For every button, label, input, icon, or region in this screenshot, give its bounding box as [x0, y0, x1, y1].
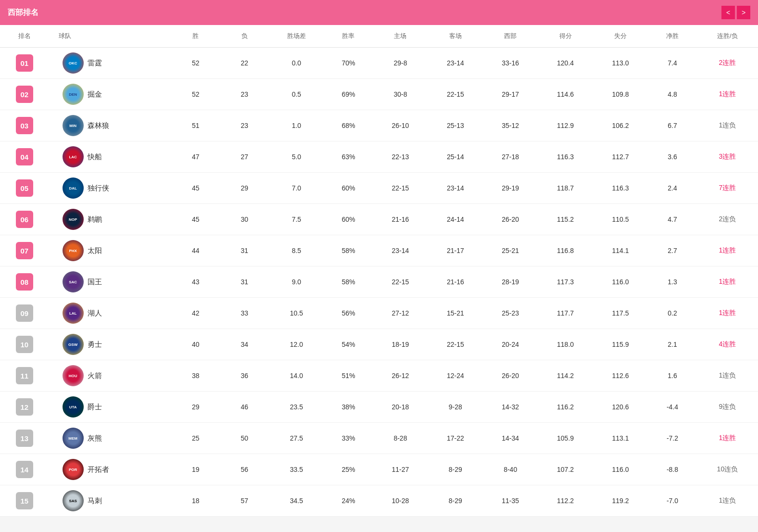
away-record: 25-13: [428, 110, 483, 141]
streak: 3连胜: [697, 141, 758, 173]
pts-against: 109.8: [593, 79, 648, 110]
game-diff: 33.5: [269, 454, 324, 485]
pts-against: 116.3: [593, 173, 648, 204]
home-record: 10-28: [373, 485, 428, 517]
table-row: 14 POR 开拓者 19 56 33.5 25% 11-27 8-29 8-4…: [0, 454, 758, 485]
wins: 52: [171, 79, 220, 110]
team-name: 鹈鹕: [88, 215, 102, 224]
net-pts: 3.6: [648, 141, 697, 173]
rank-badge: 07: [16, 242, 33, 259]
rank-badge: 13: [16, 430, 33, 447]
table-row: 15 SAS 马刺 18 57 34.5 24% 10-28 8-29 11-3…: [0, 485, 758, 517]
team-name: 国王: [88, 278, 102, 287]
net-pts: 4.8: [648, 79, 697, 110]
team-name: 灰熊: [88, 434, 102, 443]
pts-for: 105.9: [538, 423, 593, 454]
away-record: 21-16: [428, 266, 483, 298]
losses: 46: [220, 392, 269, 423]
home-record: 27-12: [373, 298, 428, 329]
game-diff: 34.5: [269, 485, 324, 517]
team-logo: OKC: [63, 52, 84, 74]
rank-badge: 08: [16, 273, 33, 291]
net-pts: -4.4: [648, 392, 697, 423]
game-diff: 10.5: [269, 298, 324, 329]
away-record: 24-14: [428, 204, 483, 235]
game-diff: 1.0: [269, 110, 324, 141]
win-pct: 60%: [324, 173, 373, 204]
rank-cell: 08: [0, 266, 49, 298]
rank-cell: 05: [0, 173, 49, 204]
conf-record: 27-18: [483, 141, 538, 173]
conf-record: 11-35: [483, 485, 538, 517]
team-name: 快船: [88, 152, 102, 162]
table-row: 11 HOU 火箭 38 36 14.0 51% 26-12 12-24 26-…: [0, 360, 758, 392]
pts-against: 112.7: [593, 141, 648, 173]
streak: 2连负: [697, 204, 758, 235]
col-diff: 胜场差: [269, 25, 324, 48]
col-net: 净胜: [648, 25, 697, 48]
pts-for: 117.3: [538, 266, 593, 298]
wins: 38: [171, 360, 220, 392]
pts-against: 116.0: [593, 454, 648, 485]
team-logo: LAC: [63, 146, 84, 167]
streak: 4连胜: [697, 329, 758, 360]
rank-cell: 04: [0, 141, 49, 173]
away-record: 15-21: [428, 298, 483, 329]
col-away: 客场: [428, 25, 483, 48]
rank-cell: 09: [0, 298, 49, 329]
game-diff: 12.0: [269, 329, 324, 360]
rank-cell: 07: [0, 235, 49, 266]
game-diff: 0.5: [269, 79, 324, 110]
team-logo: MEM: [63, 428, 84, 449]
team-cell: LAC 快船: [49, 141, 171, 173]
team-name: 勇士: [88, 340, 102, 349]
team-name: 爵士: [88, 403, 102, 412]
away-record: 12-24: [428, 360, 483, 392]
team-logo: DEN: [63, 84, 84, 105]
conf-record: 29-19: [483, 173, 538, 204]
pts-for: 118.7: [538, 173, 593, 204]
home-record: 8-28: [373, 423, 428, 454]
losses: 50: [220, 423, 269, 454]
rank-cell: 14: [0, 454, 49, 485]
rank-badge: 04: [16, 148, 33, 165]
team-logo: UTA: [63, 396, 84, 418]
net-pts: 2.1: [648, 329, 697, 360]
team-name: 开拓者: [88, 465, 109, 474]
team-logo: SAC: [63, 271, 84, 292]
net-pts: -7.2: [648, 423, 697, 454]
home-record: 22-13: [373, 141, 428, 173]
team-logo: MIN: [63, 115, 84, 136]
losses: 23: [220, 79, 269, 110]
net-pts: 1.6: [648, 360, 697, 392]
win-pct: 54%: [324, 329, 373, 360]
rank-badge: 09: [16, 304, 33, 322]
losses: 22: [220, 48, 269, 79]
game-diff: 27.5: [269, 423, 324, 454]
conf-record: 25-23: [483, 298, 538, 329]
rank-cell: 11: [0, 360, 49, 392]
table-row: 12 UTA 爵士 29 46 23.5 38% 20-18 9-28 14-3…: [0, 392, 758, 423]
conf-record: 26-20: [483, 360, 538, 392]
losses: 56: [220, 454, 269, 485]
next-button[interactable]: >: [737, 6, 750, 19]
team-cell: HOU 火箭: [49, 360, 171, 392]
pts-against: 115.9: [593, 329, 648, 360]
away-record: 8-29: [428, 485, 483, 517]
rank-cell: 03: [0, 110, 49, 141]
col-streak: 连胜/负: [697, 25, 758, 48]
rank-badge: 06: [16, 211, 33, 228]
pts-for: 116.2: [538, 392, 593, 423]
home-record: 26-12: [373, 360, 428, 392]
table-row: 01 OKC 雷霆 52 22 0.0 70% 29-8 23-14 33-16…: [0, 48, 758, 79]
pts-against: 106.2: [593, 110, 648, 141]
rank-cell: 06: [0, 204, 49, 235]
table-row: 02 DEN 掘金 52 23 0.5 69% 30-8 22-15 29-17…: [0, 79, 758, 110]
prev-button[interactable]: <: [721, 6, 735, 19]
net-pts: 7.4: [648, 48, 697, 79]
rank-cell: 15: [0, 485, 49, 517]
rank-badge: 03: [16, 117, 33, 134]
streak: 1连胜: [697, 235, 758, 266]
losses: 34: [220, 329, 269, 360]
pts-for: 116.8: [538, 235, 593, 266]
